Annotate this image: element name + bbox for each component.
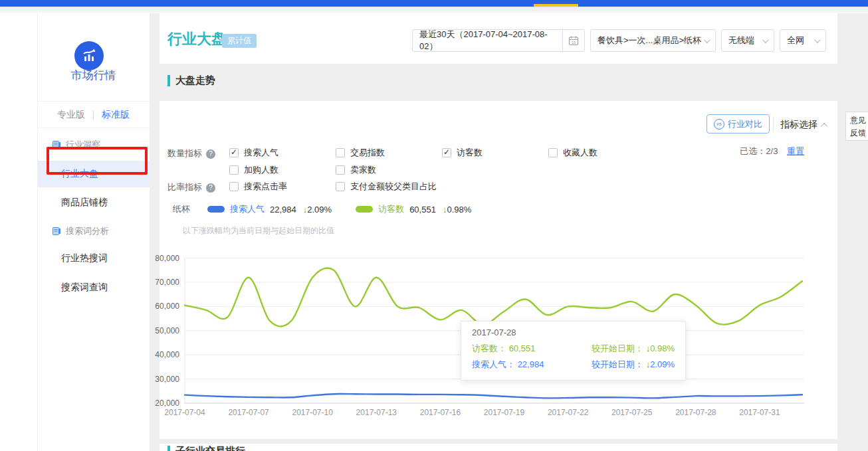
tooltip-date: 2017-07-28 bbox=[472, 327, 675, 337]
help-icon[interactable]: ? bbox=[206, 183, 215, 193]
sidebar-item-label: 商品店铺榜 bbox=[61, 197, 108, 209]
section-gap bbox=[160, 439, 837, 444]
x-axis-tick-label: 2017-07-07 bbox=[228, 408, 269, 417]
feedback-tab[interactable]: 意见反馈 bbox=[845, 112, 868, 141]
x-axis-tick-label: 2017-07-10 bbox=[292, 408, 334, 417]
sidebar-item-label: 搜索词查询 bbox=[61, 282, 108, 294]
terminal-filter-value: 无线端 bbox=[728, 35, 754, 46]
metric-option: 支付金额较父类目占比 bbox=[336, 181, 437, 193]
selected-count: 已选：2/3 bbox=[740, 146, 778, 156]
line-series-搜索人气 bbox=[185, 394, 802, 398]
legend-category: 纸杯 bbox=[173, 203, 190, 215]
legend-series-delta: 2.09% bbox=[307, 205, 332, 215]
ledger-icon bbox=[52, 140, 61, 149]
y-axis-tick-label: 80,000 bbox=[155, 254, 179, 263]
metric-checkbox[interactable] bbox=[336, 148, 345, 157]
legend-series-value: 60,551 bbox=[409, 205, 436, 215]
cumulative-value-badge: 累计值 bbox=[222, 34, 257, 48]
sidebar-item-industry-dashboard[interactable]: 行业大盘 bbox=[37, 161, 150, 187]
sidebar-section-label: 行业洞察 bbox=[66, 139, 100, 151]
metric-checkbox-label: 交易指数 bbox=[350, 147, 385, 159]
version-tabs: 专业版 标准版 bbox=[37, 109, 150, 121]
vs-icon: vs bbox=[714, 119, 724, 130]
metric-checkbox[interactable] bbox=[442, 148, 451, 157]
terminal-filter-dropdown[interactable]: 无线端 bbox=[721, 29, 774, 52]
selected-count-row: 已选：2/3 重置 bbox=[691, 145, 804, 157]
metric-checkbox-label: 访客数 bbox=[457, 147, 483, 159]
category-filter-dropdown[interactable]: 餐饮具>一次...桌用品>纸杯 bbox=[590, 29, 716, 52]
y-axis-tick-label: 70,000 bbox=[155, 278, 179, 287]
section-header-trend: 大盘走势 bbox=[167, 74, 215, 87]
divider bbox=[93, 110, 94, 120]
metric-checkbox-label: 加购人数 bbox=[244, 164, 278, 176]
sidebar-item-search-word-query[interactable]: 搜索词查询 bbox=[37, 281, 150, 294]
reset-link[interactable]: 重置 bbox=[787, 146, 804, 156]
metric-select-toggle[interactable]: 指标选择 bbox=[780, 119, 827, 131]
metric-checkbox[interactable] bbox=[548, 148, 558, 157]
sidebar-item-industry-hot-search-words[interactable]: 行业热搜词 bbox=[37, 252, 150, 265]
metric-option: 访客数 bbox=[442, 147, 483, 159]
sidebar-item-label: 行业大盘 bbox=[61, 168, 98, 180]
metric-checkbox[interactable] bbox=[229, 165, 239, 175]
help-icon[interactable]: ? bbox=[206, 149, 215, 159]
sidebar: 市场行情 专业版 标准版 行业洞察 行业大盘 商品店铺榜 bbox=[0, 13, 150, 451]
sidebar-item-product-shop-ranking[interactable]: 商品店铺榜 bbox=[37, 196, 150, 209]
metric-checkbox-label: 卖家数 bbox=[350, 164, 376, 176]
metric-option: 交易指数 bbox=[336, 147, 385, 159]
svg-text:15: 15 bbox=[572, 41, 576, 45]
legend-series-name: 搜索人气 bbox=[230, 203, 265, 215]
sidebar-section-search-word-analysis: 搜索词分析 bbox=[37, 225, 150, 237]
metric-option: 卖家数 bbox=[336, 164, 376, 176]
metric-select-label: 指标选择 bbox=[780, 119, 817, 131]
x-axis-tick-label: 2017-07-19 bbox=[484, 408, 525, 417]
app-title: 市场行情 bbox=[37, 68, 150, 83]
chart-tooltip: 2017-07-28 访客数： 60,551 较开始日期： ↓0.98% 搜索人… bbox=[461, 321, 686, 381]
section-accent-bar bbox=[167, 446, 170, 451]
industry-compare-button[interactable]: vs 行业对比 bbox=[706, 114, 770, 134]
line-series-访客数 bbox=[185, 268, 802, 327]
section-title: 子行业交易排行 bbox=[175, 445, 245, 451]
quantity-metrics-label: 数量指标? bbox=[167, 147, 215, 159]
legend-pill-search-popularity[interactable] bbox=[207, 206, 225, 213]
metric-checkbox[interactable] bbox=[229, 182, 239, 191]
legend-series-value: 22,984 bbox=[270, 205, 296, 215]
tab-pro-version[interactable]: 专业版 bbox=[57, 109, 85, 121]
y-axis-tick-label: 40,000 bbox=[155, 350, 179, 359]
metric-option: 收藏人数 bbox=[548, 147, 597, 159]
y-axis-tick-label: 20,000 bbox=[155, 399, 179, 408]
metric-checkbox[interactable] bbox=[336, 165, 345, 175]
metric-checkbox[interactable] bbox=[336, 182, 345, 191]
date-range-picker[interactable]: 最近30天（2017-07-04~2017-08-02） 15 bbox=[412, 29, 585, 52]
ratio-metrics-label: 比率指标? bbox=[167, 181, 215, 193]
x-axis-tick-label: 2017-07-25 bbox=[611, 408, 653, 417]
calendar-icon[interactable]: 15 bbox=[562, 30, 584, 51]
y-axis-tick-label: 30,000 bbox=[155, 375, 179, 384]
tooltip-row-visitors: 访客数： 60,551 较开始日期： ↓0.98% bbox=[472, 341, 675, 357]
legend-pill-visitors[interactable] bbox=[356, 206, 373, 213]
category-filter-value: 餐饮具>一次...桌用品>纸杯 bbox=[597, 35, 701, 46]
chart-legend: 纸杯 搜索人气 22,984 ↓ 2.09% 访客数 60,551 ↓ 0.98… bbox=[173, 203, 495, 215]
x-axis-tick-label: 2017-07-28 bbox=[675, 408, 716, 417]
top-subband bbox=[0, 7, 868, 13]
sidebar-section-industry-insight: 行业洞察 bbox=[37, 139, 150, 151]
metric-checkbox-label: 搜索点击率 bbox=[244, 181, 287, 193]
metric-checkbox-label: 搜索人气 bbox=[244, 147, 278, 159]
section-accent-bar bbox=[167, 75, 170, 86]
metric-checkbox-label: 收藏人数 bbox=[563, 147, 597, 159]
scope-filter-dropdown[interactable]: 全网 bbox=[780, 29, 826, 52]
x-axis-tick-label: 2017-07-31 bbox=[739, 408, 780, 417]
metric-checkbox[interactable] bbox=[229, 148, 239, 157]
chevron-down-icon bbox=[762, 37, 769, 43]
metric-option: 加购人数 bbox=[229, 164, 278, 176]
tooltip-row-search-popularity: 搜索人气： 22,984 较开始日期： ↓2.09% bbox=[472, 357, 675, 373]
tab-standard-version[interactable]: 标准版 bbox=[102, 109, 130, 121]
section-title: 大盘走势 bbox=[175, 74, 215, 87]
metric-option: 搜索点击率 bbox=[229, 181, 287, 193]
x-axis-tick-label: 2017-07-16 bbox=[420, 408, 461, 417]
date-range-text: 最近30天（2017-07-04~2017-08-02） bbox=[413, 29, 562, 52]
y-axis-tick-label: 50,000 bbox=[155, 326, 179, 335]
ledger-icon bbox=[52, 226, 61, 236]
metric-checkbox-label: 支付金额较父类目占比 bbox=[350, 181, 437, 193]
divider bbox=[37, 101, 150, 102]
sidebar-item-label: 行业热搜词 bbox=[61, 252, 108, 264]
